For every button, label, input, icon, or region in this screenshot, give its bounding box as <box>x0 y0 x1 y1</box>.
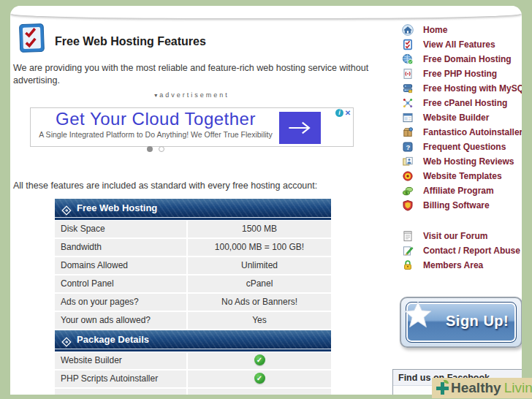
feature-value: 100,000 MB = 100 GB! <box>215 242 304 252</box>
lock-icon <box>402 259 414 271</box>
table-row: Your own ads allowed?Yes <box>55 312 331 329</box>
sidebar-item-web-hosting-reviews[interactable]: Web Hosting Reviews <box>399 154 522 169</box>
sidebar-item-label: Website Builder <box>423 113 489 123</box>
sidebar-item-billing-software[interactable]: Billing Software <box>399 198 522 213</box>
sidebar-item-affiliate-program[interactable]: $Affiliate Program <box>399 183 522 198</box>
question-icon: ? <box>402 141 414 153</box>
pencil-icon <box>402 245 414 256</box>
feature-value-cell: ✓ <box>188 370 331 387</box>
sidebar-item-label: Web Hosting Reviews <box>423 156 514 167</box>
arrow-right-icon <box>286 120 314 136</box>
sidebar-item-label: Home <box>423 25 447 35</box>
table-row: PHP Scripts Autoinstaller✓ <box>55 370 331 387</box>
sidebar-item-label: Billing Software <box>423 200 490 210</box>
svg-text:?: ? <box>406 143 411 151</box>
star-icon <box>404 300 432 330</box>
feature-label: Website Builder <box>55 352 186 369</box>
features-table: Free Web HostingDisk Space1500 MBBandwid… <box>55 199 331 395</box>
feature-value: Yes <box>252 315 267 325</box>
package-icon <box>402 126 414 138</box>
feature-value-cell: cPanel <box>188 276 331 292</box>
sidebar-item-free-domain-hosting[interactable]: Free Domain Hosting <box>399 52 522 66</box>
table-row: Disk Space1500 MB <box>55 221 331 238</box>
target-icon <box>402 170 414 182</box>
table-section-header: Package Details <box>55 330 331 349</box>
feature-value-cell: 1500 MB <box>188 221 331 238</box>
sidebar-item-label: Free PHP Hosting <box>423 69 497 79</box>
check-icon: ✓ <box>254 354 265 365</box>
sidebar-item-website-builder[interactable]: Website Builder <box>399 110 522 125</box>
sidebar-item-label: Free cPanel Hosting <box>423 98 507 108</box>
reviews-icon <box>402 156 414 167</box>
intro-text: We are providing you with the most relia… <box>13 62 376 87</box>
feature-label <box>55 389 186 395</box>
section-header-label: Free Web Hosting <box>77 202 157 213</box>
sidebar-item-label: Visit our Forum <box>423 231 487 241</box>
feature-value: Unlimited <box>241 260 278 270</box>
sidebar-item-free-php-hosting[interactable]: Free PHP Hosting <box>399 66 522 81</box>
sidebar-item-free-cpanel-hosting[interactable]: Free cPanel Hosting <box>399 96 522 110</box>
advertisement-label[interactable]: ▾advertisement <box>30 91 354 99</box>
health-cross-icon <box>436 382 449 395</box>
table-row: Bandwidth100,000 MB = 100 GB! <box>55 239 331 256</box>
table-row: Website Builder✓ <box>55 352 331 369</box>
page-top-edge <box>10 6 522 18</box>
check-icon: ✓ <box>254 373 265 384</box>
sidebar-item-label: Frequent Questions <box>423 142 506 152</box>
sidebar-item-visit-our-forum[interactable]: Visit our Forum <box>399 229 520 243</box>
signup-label: Sign Up! <box>446 313 509 330</box>
sidebar-item-view-all-features[interactable]: View All Features <box>399 37 522 52</box>
sidebar-item-label: Website Templates <box>423 171 502 181</box>
carousel-dot[interactable] <box>159 146 164 152</box>
server-icon <box>402 83 414 94</box>
ad-subtitle: A Single Integrated Platform to Do Anyth… <box>35 130 276 139</box>
sidebar-item-label: Affiliate Program <box>423 186 494 196</box>
page-title: Free Web Hosting Features <box>55 35 206 48</box>
sidebar-item-label: Free Domain Hosting <box>423 54 512 64</box>
diamond-arrow-icon <box>61 203 72 213</box>
sidebar-item-home[interactable]: Home <box>399 23 522 37</box>
feature-label: Bandwidth <box>55 239 186 256</box>
signup-panel[interactable]: Sign Up! <box>400 297 522 348</box>
ad-text-block: Get Your Cloud Together A Single Integra… <box>35 108 276 146</box>
chevron-down-icon: ▾ <box>154 92 157 99</box>
sidebar-item-frequent-questions[interactable]: ?Frequent Questions <box>399 140 522 154</box>
ad-banner[interactable]: Get Your Cloud Together A Single Integra… <box>30 107 354 147</box>
feature-value-cell: Yes <box>188 312 331 329</box>
feature-label: Disk Space <box>55 221 186 238</box>
sidebar-item-label: Members Area <box>423 260 483 270</box>
table-row <box>55 389 331 395</box>
sidebar-item-contact-report-abuse[interactable]: Contact / Report Abuse <box>399 243 520 258</box>
feature-label: Your own ads allowed? <box>55 312 186 329</box>
feature-label: Ads on your pages? <box>55 294 186 311</box>
table-section-header: Free Web Hosting <box>55 199 331 218</box>
watermark-bold-text: Healthy <box>451 380 501 396</box>
ad-carousel-dots <box>35 142 276 155</box>
coins-icon: $ <box>402 185 414 197</box>
table-row: Control PanelcPanel <box>55 276 331 292</box>
sidebar-item-fantastico-autoinstaller[interactable]: Fantastico Autoinstaller <box>399 125 522 140</box>
feature-value: 1500 MB <box>242 224 277 234</box>
feature-label: Domains Allowed <box>55 257 186 274</box>
ad-close-icon[interactable]: ✕ <box>343 109 352 117</box>
feature-value-cell: ✓ <box>188 352 331 369</box>
sidebar-item-members-area[interactable]: Members Area <box>399 258 520 273</box>
signup-button[interactable]: Sign Up! <box>406 302 517 343</box>
section-header-label: Package Details <box>77 334 149 345</box>
sidebar-item-label: Fantastico Autoinstaller <box>423 127 522 137</box>
feature-value: cPanel <box>246 278 273 289</box>
carousel-dot-active[interactable] <box>147 146 153 152</box>
sidebar-item-label: Free Hosting with MySQL <box>423 83 522 94</box>
sidebar-item-free-hosting-with-mysql[interactable]: Free Hosting with MySQL <box>399 81 522 96</box>
checklist-logo-icon <box>17 22 47 53</box>
feature-value-cell: Unlimited <box>188 257 331 274</box>
table-row: Ads on your pages?No Ads or Banners! <box>55 294 331 311</box>
feature-value-cell: No Ads or Banners! <box>188 294 331 311</box>
content-page: Free Web Hosting Features We are providi… <box>10 6 522 395</box>
adchoices-info-icon[interactable]: i <box>335 109 343 117</box>
table-row: Domains AllowedUnlimited <box>55 257 331 274</box>
sidebar-item-website-templates[interactable]: Website Templates <box>399 169 522 183</box>
sidebar-item-label: Contact / Report Abuse <box>423 246 520 256</box>
ad-arrow-button[interactable] <box>279 112 321 144</box>
shield-icon <box>402 200 414 211</box>
